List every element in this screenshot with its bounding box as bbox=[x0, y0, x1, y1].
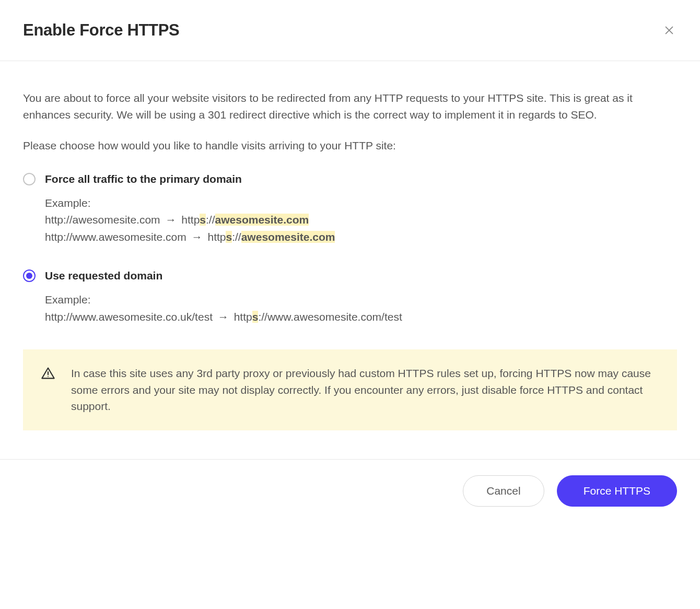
example-line-1: http://www.awesomesite.co.uk/test → http… bbox=[45, 309, 677, 326]
option-force-primary: Force all traffic to the primary domain … bbox=[23, 173, 677, 246]
radio-control bbox=[23, 173, 36, 185]
option-detail: Example: http://awesomesite.com → https:… bbox=[23, 195, 677, 246]
radio-control bbox=[23, 270, 36, 282]
modal-header: Enable Force HTTPS bbox=[0, 0, 700, 61]
cancel-button[interactable]: Cancel bbox=[463, 475, 544, 507]
intro-text: You are about to force all your website … bbox=[23, 90, 677, 123]
arrow-icon: → bbox=[218, 309, 229, 326]
radio-label: Force all traffic to the primary domain bbox=[45, 173, 242, 185]
example-label: Example: bbox=[45, 195, 677, 212]
force-https-button[interactable]: Force HTTPS bbox=[557, 475, 677, 507]
force-https-modal: Enable Force HTTPS You are about to forc… bbox=[0, 0, 700, 522]
svg-point-3 bbox=[48, 376, 49, 377]
option-requested-domain: Use requested domain Example: http://www… bbox=[23, 270, 677, 325]
warning-box: In case this site uses any 3rd party pro… bbox=[23, 349, 677, 430]
choose-text: Please choose how would you like to hand… bbox=[23, 137, 677, 154]
modal-body: You are about to force all your website … bbox=[0, 61, 700, 459]
example-label: Example: bbox=[45, 291, 677, 309]
arrow-icon: → bbox=[165, 212, 176, 229]
close-icon[interactable] bbox=[661, 22, 677, 38]
radio-label: Use requested domain bbox=[45, 270, 162, 282]
modal-title: Enable Force HTTPS bbox=[23, 21, 180, 40]
radio-force-primary[interactable]: Force all traffic to the primary domain bbox=[23, 173, 677, 185]
example-line-1: http://awesomesite.com → https://awesome… bbox=[45, 212, 677, 229]
arrow-icon: → bbox=[192, 229, 203, 246]
option-detail: Example: http://www.awesomesite.co.uk/te… bbox=[23, 291, 677, 325]
modal-footer: Cancel Force HTTPS bbox=[0, 459, 700, 522]
warning-text: In case this site uses any 3rd party pro… bbox=[71, 365, 659, 415]
example-line-2: http://www.awesomesite.com → https://awe… bbox=[45, 229, 677, 246]
warning-icon bbox=[41, 366, 55, 415]
radio-requested-domain[interactable]: Use requested domain bbox=[23, 270, 677, 282]
